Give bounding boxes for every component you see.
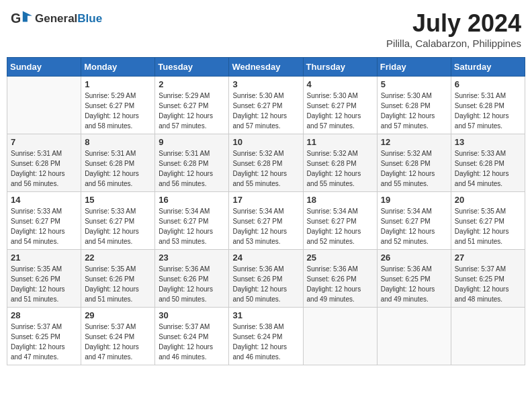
logo-text-block: GeneralBlue bbox=[35, 13, 102, 26]
day-info: Sunrise: 5:36 AM Sunset: 6:26 PM Dayligh… bbox=[307, 264, 373, 304]
calendar-cell: 1Sunrise: 5:29 AM Sunset: 6:27 PM Daylig… bbox=[81, 77, 155, 134]
calendar-cell: 9Sunrise: 5:31 AM Sunset: 6:28 PM Daylig… bbox=[155, 134, 229, 192]
day-info: Sunrise: 5:37 AM Sunset: 6:24 PM Dayligh… bbox=[159, 322, 225, 362]
calendar-header-row: SundayMondayTuesdayWednesdayThursdayFrid… bbox=[7, 58, 525, 77]
week-row-3: 14Sunrise: 5:33 AM Sunset: 6:27 PM Dayli… bbox=[7, 192, 525, 250]
day-info: Sunrise: 5:33 AM Sunset: 6:28 PM Dayligh… bbox=[455, 148, 521, 189]
day-number: 12 bbox=[381, 137, 447, 147]
column-header-wednesday: Wednesday bbox=[229, 58, 303, 77]
calendar-cell: 17Sunrise: 5:34 AM Sunset: 6:27 PM Dayli… bbox=[229, 192, 303, 250]
day-number: 31 bbox=[232, 310, 299, 320]
day-info: Sunrise: 5:33 AM Sunset: 6:27 PM Dayligh… bbox=[11, 206, 77, 246]
day-number: 7 bbox=[11, 137, 77, 147]
day-number: 29 bbox=[85, 310, 151, 320]
calendar-cell: 11Sunrise: 5:32 AM Sunset: 6:28 PM Dayli… bbox=[303, 134, 377, 192]
day-number: 9 bbox=[159, 137, 225, 147]
calendar-cell bbox=[377, 308, 451, 365]
calendar-cell: 15Sunrise: 5:33 AM Sunset: 6:27 PM Dayli… bbox=[81, 192, 155, 250]
calendar-cell: 21Sunrise: 5:35 AM Sunset: 6:26 PM Dayli… bbox=[7, 250, 81, 308]
calendar-cell: 4Sunrise: 5:30 AM Sunset: 6:27 PM Daylig… bbox=[303, 77, 377, 134]
calendar-cell: 19Sunrise: 5:34 AM Sunset: 6:27 PM Dayli… bbox=[377, 192, 451, 250]
page-header: G GeneralBlue July 2024 Pililla, Calabar… bbox=[7, 7, 525, 52]
day-number: 16 bbox=[159, 195, 225, 205]
day-number: 24 bbox=[232, 253, 299, 263]
day-info: Sunrise: 5:31 AM Sunset: 6:28 PM Dayligh… bbox=[85, 148, 151, 189]
day-info: Sunrise: 5:29 AM Sunset: 6:27 PM Dayligh… bbox=[85, 91, 151, 131]
calendar-cell: 6Sunrise: 5:31 AM Sunset: 6:28 PM Daylig… bbox=[451, 77, 525, 134]
calendar-table: SundayMondayTuesdayWednesdayThursdayFrid… bbox=[7, 57, 525, 365]
day-number: 13 bbox=[455, 137, 521, 147]
day-number: 18 bbox=[307, 195, 373, 205]
calendar-cell: 29Sunrise: 5:37 AM Sunset: 6:24 PM Dayli… bbox=[81, 308, 155, 365]
logo-icon: G bbox=[11, 9, 32, 28]
column-header-sunday: Sunday bbox=[7, 58, 81, 77]
day-info: Sunrise: 5:34 AM Sunset: 6:27 PM Dayligh… bbox=[381, 206, 447, 246]
day-number: 20 bbox=[455, 195, 521, 205]
day-number: 3 bbox=[232, 79, 299, 89]
calendar-cell: 23Sunrise: 5:36 AM Sunset: 6:26 PM Dayli… bbox=[155, 250, 229, 308]
day-number: 8 bbox=[85, 137, 151, 147]
calendar-cell: 10Sunrise: 5:32 AM Sunset: 6:28 PM Dayli… bbox=[229, 134, 303, 192]
day-info: Sunrise: 5:32 AM Sunset: 6:28 PM Dayligh… bbox=[307, 148, 373, 189]
calendar-cell: 3Sunrise: 5:30 AM Sunset: 6:27 PM Daylig… bbox=[229, 77, 303, 134]
logo-general: General bbox=[35, 12, 77, 25]
day-info: Sunrise: 5:36 AM Sunset: 6:26 PM Dayligh… bbox=[159, 264, 225, 304]
svg-text:G: G bbox=[11, 11, 21, 26]
day-info: Sunrise: 5:30 AM Sunset: 6:27 PM Dayligh… bbox=[307, 91, 373, 131]
calendar-cell bbox=[7, 77, 81, 134]
week-row-1: 1Sunrise: 5:29 AM Sunset: 6:27 PM Daylig… bbox=[7, 77, 525, 134]
day-info: Sunrise: 5:32 AM Sunset: 6:28 PM Dayligh… bbox=[232, 148, 299, 189]
day-number: 23 bbox=[159, 253, 225, 263]
week-row-5: 28Sunrise: 5:37 AM Sunset: 6:25 PM Dayli… bbox=[7, 308, 525, 365]
calendar-cell: 2Sunrise: 5:29 AM Sunset: 6:27 PM Daylig… bbox=[155, 77, 229, 134]
page-subtitle: Pililla, Calabarzon, Philippines bbox=[386, 38, 521, 49]
day-info: Sunrise: 5:37 AM Sunset: 6:25 PM Dayligh… bbox=[11, 322, 77, 362]
day-number: 1 bbox=[85, 79, 151, 89]
day-info: Sunrise: 5:31 AM Sunset: 6:28 PM Dayligh… bbox=[11, 148, 77, 189]
calendar-cell: 27Sunrise: 5:37 AM Sunset: 6:25 PM Dayli… bbox=[451, 250, 525, 308]
day-info: Sunrise: 5:31 AM Sunset: 6:28 PM Dayligh… bbox=[159, 148, 225, 189]
day-info: Sunrise: 5:37 AM Sunset: 6:24 PM Dayligh… bbox=[85, 322, 151, 362]
calendar-cell: 12Sunrise: 5:32 AM Sunset: 6:28 PM Dayli… bbox=[377, 134, 451, 192]
calendar-cell: 25Sunrise: 5:36 AM Sunset: 6:26 PM Dayli… bbox=[303, 250, 377, 308]
day-number: 28 bbox=[11, 310, 77, 320]
calendar-cell: 5Sunrise: 5:30 AM Sunset: 6:28 PM Daylig… bbox=[377, 77, 451, 134]
day-number: 15 bbox=[85, 195, 151, 205]
calendar-cell: 26Sunrise: 5:36 AM Sunset: 6:25 PM Dayli… bbox=[377, 250, 451, 308]
day-number: 6 bbox=[455, 79, 521, 89]
calendar-cell: 7Sunrise: 5:31 AM Sunset: 6:28 PM Daylig… bbox=[7, 134, 81, 192]
day-number: 17 bbox=[232, 195, 299, 205]
day-info: Sunrise: 5:34 AM Sunset: 6:27 PM Dayligh… bbox=[232, 206, 299, 246]
calendar-cell: 28Sunrise: 5:37 AM Sunset: 6:25 PM Dayli… bbox=[7, 308, 81, 365]
day-number: 14 bbox=[11, 195, 77, 205]
day-info: Sunrise: 5:31 AM Sunset: 6:28 PM Dayligh… bbox=[455, 91, 521, 131]
day-number: 2 bbox=[159, 79, 225, 89]
day-info: Sunrise: 5:38 AM Sunset: 6:24 PM Dayligh… bbox=[232, 322, 299, 362]
title-block: July 2024 Pililla, Calabarzon, Philippin… bbox=[386, 9, 521, 49]
week-row-4: 21Sunrise: 5:35 AM Sunset: 6:26 PM Dayli… bbox=[7, 250, 525, 308]
calendar-cell bbox=[303, 308, 377, 365]
day-info: Sunrise: 5:36 AM Sunset: 6:26 PM Dayligh… bbox=[232, 264, 299, 304]
column-header-monday: Monday bbox=[81, 58, 155, 77]
day-info: Sunrise: 5:35 AM Sunset: 6:26 PM Dayligh… bbox=[11, 264, 77, 304]
calendar-cell bbox=[451, 308, 525, 365]
day-number: 5 bbox=[381, 79, 447, 89]
week-row-2: 7Sunrise: 5:31 AM Sunset: 6:28 PM Daylig… bbox=[7, 134, 525, 192]
day-number: 22 bbox=[85, 253, 151, 263]
calendar-cell: 13Sunrise: 5:33 AM Sunset: 6:28 PM Dayli… bbox=[451, 134, 525, 192]
day-info: Sunrise: 5:34 AM Sunset: 6:27 PM Dayligh… bbox=[159, 206, 225, 246]
calendar-cell: 31Sunrise: 5:38 AM Sunset: 6:24 PM Dayli… bbox=[229, 308, 303, 365]
day-info: Sunrise: 5:34 AM Sunset: 6:27 PM Dayligh… bbox=[307, 206, 373, 246]
calendar-cell: 30Sunrise: 5:37 AM Sunset: 6:24 PM Dayli… bbox=[155, 308, 229, 365]
day-info: Sunrise: 5:30 AM Sunset: 6:28 PM Dayligh… bbox=[381, 91, 447, 131]
day-info: Sunrise: 5:30 AM Sunset: 6:27 PM Dayligh… bbox=[232, 91, 299, 131]
calendar-cell: 22Sunrise: 5:35 AM Sunset: 6:26 PM Dayli… bbox=[81, 250, 155, 308]
day-number: 25 bbox=[307, 253, 373, 263]
day-info: Sunrise: 5:35 AM Sunset: 6:26 PM Dayligh… bbox=[85, 264, 151, 304]
day-info: Sunrise: 5:33 AM Sunset: 6:27 PM Dayligh… bbox=[85, 206, 151, 246]
day-info: Sunrise: 5:36 AM Sunset: 6:25 PM Dayligh… bbox=[381, 264, 447, 304]
calendar-cell: 18Sunrise: 5:34 AM Sunset: 6:27 PM Dayli… bbox=[303, 192, 377, 250]
day-number: 4 bbox=[307, 79, 373, 89]
calendar-cell: 8Sunrise: 5:31 AM Sunset: 6:28 PM Daylig… bbox=[81, 134, 155, 192]
calendar-cell: 16Sunrise: 5:34 AM Sunset: 6:27 PM Dayli… bbox=[155, 192, 229, 250]
